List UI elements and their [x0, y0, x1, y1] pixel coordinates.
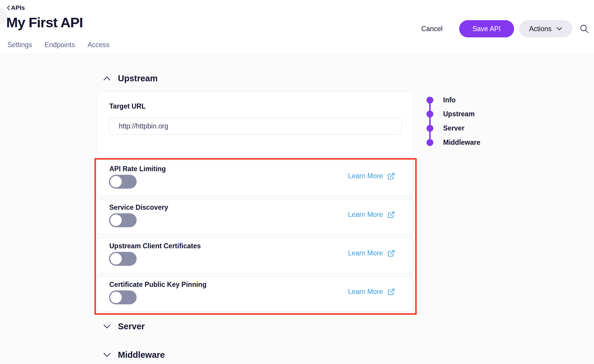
- step-label: Server: [443, 124, 465, 132]
- actions-menu-button[interactable]: Actions: [519, 20, 572, 37]
- header-actions: Cancel Save API Actions: [421, 20, 590, 37]
- api-rate-limiting-toggle[interactable]: [109, 175, 137, 189]
- learn-more-label: Learn More: [348, 288, 383, 296]
- chevron-up-icon: [103, 76, 110, 81]
- step-nav-item-upstream[interactable]: Upstream: [426, 110, 475, 118]
- tab-endpoints[interactable]: Endpoints: [45, 41, 75, 49]
- learn-more-label: Learn More: [348, 172, 383, 180]
- expand-server-button[interactable]: [103, 323, 110, 330]
- page-header: APIs My First API Settings Endpoints Acc…: [0, 0, 594, 54]
- service-discovery-toggle[interactable]: [109, 213, 137, 227]
- feature-card-service-discovery: Service Discovery Learn More: [97, 199, 414, 235]
- learn-more-label: Learn More: [348, 211, 383, 219]
- search-icon: [579, 24, 589, 34]
- tab-access[interactable]: Access: [87, 41, 109, 49]
- section-header-middleware: Middleware: [103, 350, 165, 360]
- step-nav-item-middleware[interactable]: Middleware: [426, 139, 480, 147]
- learn-more-link[interactable]: Learn More: [348, 211, 395, 219]
- step-label: Middleware: [443, 139, 480, 147]
- chevron-down-icon: [103, 324, 110, 329]
- step-dot-icon: [426, 139, 433, 146]
- external-link-icon: [387, 288, 395, 296]
- toggle-knob: [110, 292, 122, 303]
- section-header-upstream: Upstream: [103, 74, 158, 83]
- search-button[interactable]: [579, 23, 590, 34]
- step-dot-icon: [426, 111, 433, 117]
- expand-middleware-button[interactable]: [103, 352, 110, 359]
- toggle-knob: [110, 214, 122, 226]
- feature-title: Service Discovery: [109, 204, 168, 212]
- step-label: Info: [443, 96, 456, 104]
- step-nav-rail: [429, 99, 431, 142]
- back-to-apis-link[interactable]: APIs: [7, 4, 25, 11]
- target-url-input[interactable]: [109, 118, 402, 135]
- learn-more-link[interactable]: Learn More: [348, 288, 395, 296]
- chevron-down-icon: [556, 27, 562, 31]
- external-link-icon: [387, 249, 395, 257]
- step-nav-item-server[interactable]: Server: [426, 124, 465, 132]
- collapse-upstream-button[interactable]: [103, 75, 110, 82]
- step-dot-icon: [426, 125, 433, 132]
- feature-title: API Rate Limiting: [109, 165, 166, 173]
- back-label: APIs: [11, 4, 25, 11]
- learn-more-link[interactable]: Learn More: [348, 249, 395, 257]
- learn-more-label: Learn More: [348, 249, 383, 257]
- certificate-public-key-pinning-toggle[interactable]: [109, 290, 137, 304]
- toggle-knob: [110, 253, 122, 265]
- section-title-server: Server: [118, 322, 145, 331]
- feature-title: Certificate Public Key Pinning: [109, 281, 206, 289]
- api-tabs: Settings Endpoints Access: [7, 41, 110, 49]
- step-nav-item-info[interactable]: Info: [426, 96, 456, 104]
- external-link-icon: [387, 172, 395, 180]
- upstream-client-certificates-toggle[interactable]: [109, 252, 137, 266]
- page-title: My First API: [6, 14, 83, 31]
- learn-more-link[interactable]: Learn More: [348, 172, 395, 180]
- feature-card-certificate-public-key-pinning: Certificate Public Key Pinning Learn Mor…: [97, 276, 414, 312]
- section-header-server: Server: [103, 322, 145, 331]
- target-url-card: Target URL: [97, 91, 414, 156]
- toggle-knob: [110, 176, 122, 187]
- api-designer-page: Info Upstream Target URL API Rate Limiti…: [0, 0, 594, 364]
- save-api-button[interactable]: Save API: [459, 20, 514, 37]
- actions-label: Actions: [529, 25, 552, 33]
- feature-card-upstream-client-certificates: Upstream Client Certificates Learn More: [97, 238, 414, 273]
- step-label: Upstream: [443, 110, 475, 118]
- step-dot-icon: [426, 97, 433, 104]
- feature-card-api-rate-limiting: API Rate Limiting Learn More: [97, 160, 414, 196]
- target-url-label: Target URL: [109, 102, 146, 110]
- external-link-icon: [387, 211, 395, 219]
- chevron-left-icon: [7, 5, 10, 11]
- feature-title: Upstream Client Certificates: [109, 242, 201, 250]
- chevron-down-icon: [103, 353, 110, 357]
- section-title-middleware: Middleware: [118, 350, 165, 360]
- tab-settings[interactable]: Settings: [7, 41, 32, 49]
- cancel-button[interactable]: Cancel: [421, 25, 443, 33]
- section-title-upstream: Upstream: [118, 74, 158, 83]
